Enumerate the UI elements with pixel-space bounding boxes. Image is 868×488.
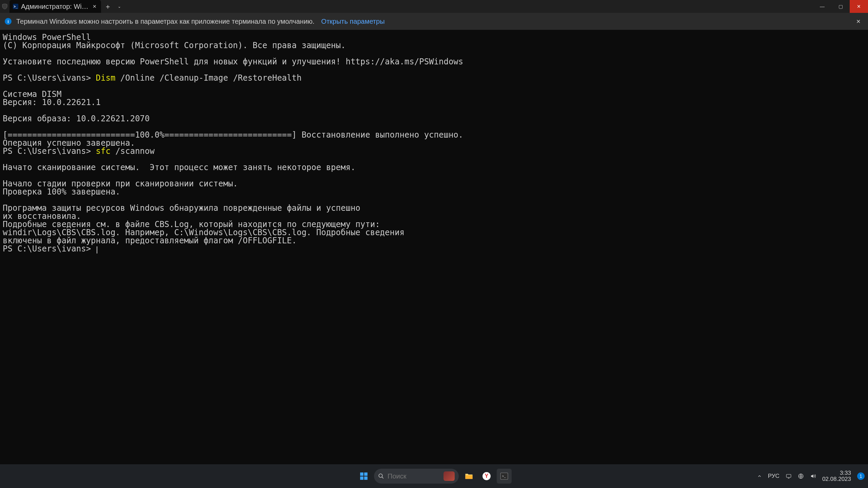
taskbar-search-input[interactable] bbox=[388, 472, 440, 480]
taskbar-clock[interactable]: 3:33 02.08.2023 bbox=[822, 470, 851, 482]
taskbar-time: 3:33 bbox=[822, 470, 851, 476]
terminal-viewport[interactable]: Windows PowerShell (C) Корпорация Майкро… bbox=[0, 30, 868, 464]
open-settings-link[interactable]: Открыть параметры bbox=[321, 18, 384, 25]
windows-taskbar: Y >_ РУС 3:33 02.08.2023 1 bbox=[0, 464, 868, 488]
svg-marker-14 bbox=[811, 474, 813, 478]
tab-title: Администратор: Windows Pc bbox=[21, 3, 90, 11]
svg-text:Y: Y bbox=[485, 473, 489, 479]
svg-point-4 bbox=[379, 474, 382, 477]
terminal-cursor bbox=[97, 246, 97, 253]
info-icon: i bbox=[5, 18, 12, 25]
tray-overflow-button[interactable] bbox=[757, 474, 762, 479]
notice-text: Терминал Windows можно настроить в парам… bbox=[16, 18, 314, 25]
titlebar-drag-region[interactable] bbox=[124, 0, 813, 13]
notification-center-button[interactable]: 1 bbox=[857, 472, 865, 480]
svg-line-5 bbox=[382, 477, 383, 479]
language-indicator[interactable]: РУС bbox=[768, 473, 780, 480]
svg-rect-3 bbox=[364, 476, 368, 480]
file-explorer-button[interactable] bbox=[461, 469, 476, 484]
svg-rect-11 bbox=[786, 474, 791, 477]
svg-rect-0 bbox=[360, 472, 363, 476]
search-icon bbox=[378, 473, 384, 479]
terminal-taskbar-button[interactable]: >_ bbox=[497, 469, 512, 484]
window-minimize-button[interactable]: — bbox=[813, 0, 831, 13]
uac-shield-icon bbox=[0, 4, 7, 9]
default-terminal-notice: i Терминал Windows можно настроить в пар… bbox=[0, 13, 868, 30]
terminal-tab[interactable]: >_ Администратор: Windows Pc ✕ bbox=[9, 0, 101, 13]
terminal-output[interactable]: Windows PowerShell (C) Корпорация Майкро… bbox=[0, 30, 868, 257]
yandex-browser-button[interactable]: Y bbox=[479, 469, 494, 484]
tab-dropdown-button[interactable]: ⌄ bbox=[115, 4, 124, 9]
window-titlebar: >_ Администратор: Windows Pc ✕ ＋ ⌄ — ▢ ✕ bbox=[0, 0, 868, 13]
notice-close-button[interactable]: ✕ bbox=[853, 17, 863, 26]
svg-rect-2 bbox=[360, 476, 363, 480]
window-maximize-button[interactable]: ▢ bbox=[831, 0, 850, 13]
network-icon[interactable] bbox=[798, 473, 804, 479]
svg-text:>_: >_ bbox=[502, 474, 506, 478]
new-tab-button[interactable]: ＋ bbox=[101, 2, 115, 11]
tab-close-button[interactable]: ✕ bbox=[92, 3, 98, 9]
start-button[interactable] bbox=[356, 469, 371, 484]
taskbar-search[interactable] bbox=[374, 469, 459, 484]
taskbar-date: 02.08.2023 bbox=[822, 476, 851, 482]
volume-icon[interactable] bbox=[810, 473, 816, 479]
window-close-button[interactable]: ✕ bbox=[850, 0, 868, 13]
powershell-icon: >_ bbox=[13, 4, 18, 9]
svg-rect-6 bbox=[466, 475, 473, 479]
svg-rect-1 bbox=[364, 472, 368, 476]
search-highlight-image bbox=[443, 471, 455, 481]
nvidia-tray-icon[interactable] bbox=[786, 473, 792, 479]
svg-rect-12 bbox=[788, 478, 790, 479]
